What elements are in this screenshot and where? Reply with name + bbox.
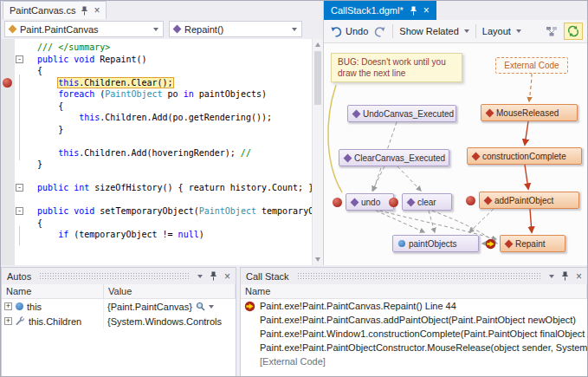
- drag-grip[interactable]: [297, 272, 541, 280]
- code-line[interactable]: {: [27, 101, 312, 113]
- field-icon: [398, 240, 405, 247]
- dgml-node-construction[interactable]: constructionComplete: [467, 147, 582, 165]
- undo-button[interactable]: Undo: [330, 26, 368, 37]
- dgml-node-clear[interactable]: clear: [402, 193, 452, 211]
- code-token: if: [58, 230, 68, 239]
- code-line[interactable]: this.Children.Clear();: [27, 77, 312, 89]
- magnifier-icon[interactable]: [196, 302, 205, 311]
- code-indent: [27, 206, 37, 216]
- breakpoint-icon[interactable]: [333, 198, 342, 207]
- drag-grip[interactable]: [39, 272, 190, 280]
- stack-frame-row[interactable]: Paint.exe!Paint.Window1.constructionComp…: [241, 327, 587, 341]
- node-label: addPaintObject: [494, 196, 553, 205]
- close-icon[interactable]: ×: [224, 272, 230, 281]
- expand-icon[interactable]: +: [4, 317, 12, 325]
- stack-frame-row[interactable]: Paint.exe!Paint.PaintCanvas.addPaintObje…: [241, 313, 587, 327]
- scrollbar-thumb[interactable]: [314, 51, 321, 105]
- layout-button[interactable]: Layout: [482, 26, 521, 36]
- code-token: null: [178, 230, 199, 239]
- tab-callstack-dgml[interactable]: CallStack1.dgml* ×: [324, 1, 436, 20]
- tab-paintcanvas[interactable]: PaintCanvas.cs ×: [3, 1, 107, 19]
- dgml-node-clearCanvas[interactable]: ClearCanvas_Executed: [339, 149, 449, 166]
- scroll-up-icon[interactable]: [315, 42, 320, 47]
- stack-frame-row[interactable]: Paint.exe!Paint.PaintObjectConstructor.M…: [241, 341, 587, 354]
- pin-icon[interactable]: [410, 6, 417, 16]
- show-related-button[interactable]: Show Related: [399, 26, 469, 36]
- code-line[interactable]: this.Children.Add(po.getRendering());: [27, 112, 312, 124]
- close-icon[interactable]: ×: [94, 6, 100, 15]
- breakpoint-icon[interactable]: [389, 198, 398, 207]
- pin-icon[interactable]: [81, 6, 88, 16]
- code-line[interactable]: public void setTemporaryObject(PaintObje…: [27, 205, 312, 218]
- yellow-arrow-icon: [244, 301, 255, 312]
- dgml-canvas[interactable]: BUG: Doesn't work until you draw the nex…: [324, 43, 588, 265]
- editor-vertical-scrollbar[interactable]: [312, 39, 323, 265]
- code-line[interactable]: public void Repaint(): [27, 54, 312, 66]
- code-lines[interactable]: /// </summary> public void Repaint() { t…: [25, 39, 312, 265]
- yellow-arrow-icon: [485, 238, 496, 250]
- code-token: po: [163, 89, 184, 99]
- breakpoint-icon[interactable]: [3, 78, 12, 88]
- window-menu-icon[interactable]: [549, 275, 554, 278]
- breakpoint-icon[interactable]: [466, 196, 475, 205]
- dgml-node-repaint[interactable]: Repaint: [500, 235, 565, 252]
- chevron-down-icon[interactable]: [209, 305, 214, 309]
- variable-name-cell: +this.Children: [2, 314, 104, 328]
- close-icon[interactable]: ×: [576, 272, 582, 281]
- event-icon: [351, 198, 359, 206]
- folding-gutter[interactable]: ---: [15, 39, 25, 265]
- stack-frame-row[interactable]: Paint.exe!Paint.PaintCanvas.Repaint() Li…: [241, 299, 587, 313]
- stack-frame-row[interactable]: [External Code]: [241, 354, 587, 368]
- code-line[interactable]: }: [27, 124, 312, 136]
- code-line[interactable]: {: [27, 65, 312, 77]
- breakpoint-gutter[interactable]: [1, 39, 15, 265]
- dgml-note[interactable]: BUG: Doesn't work until you draw the nex…: [331, 53, 462, 82]
- stack-frame-text: Paint.exe!Paint.PaintCanvas.addPaintObje…: [260, 315, 576, 325]
- sync-button[interactable]: [564, 23, 583, 40]
- code-token: paintObjects): [194, 89, 267, 99]
- flagged-method-icon: [505, 239, 514, 248]
- dgml-node-mouseReleased[interactable]: MouseReleased: [481, 104, 578, 121]
- code-editor[interactable]: --- /// </summary> public void Repaint()…: [1, 39, 323, 265]
- fold-collapse-icon[interactable]: -: [16, 55, 23, 63]
- dgml-node-paintObjects[interactable]: paintObjects: [392, 235, 479, 252]
- callstack-title-bar[interactable]: Call Stack ×: [241, 268, 587, 284]
- code-line[interactable]: [27, 171, 312, 183]
- code-line[interactable]: [27, 135, 312, 147]
- variable-row[interactable]: +this{Paint.PaintCanvas}: [2, 299, 236, 314]
- type-selector-dropdown[interactable]: Paint.PaintCanvas: [4, 21, 164, 37]
- pin-icon[interactable]: [210, 271, 217, 281]
- member-selector-dropdown[interactable]: Repaint(): [169, 21, 302, 37]
- code-line[interactable]: public int sizeOfHistory() { reaturn his…: [27, 182, 312, 194]
- code-line[interactable]: {: [27, 218, 312, 230]
- column-header-value[interactable]: Value: [104, 284, 236, 298]
- fold-collapse-icon[interactable]: -: [16, 184, 23, 192]
- fold-collapse-icon[interactable]: -: [16, 207, 23, 215]
- dgml-node-external[interactable]: External Code: [495, 57, 568, 74]
- code-token: this: [79, 113, 100, 122]
- column-header-name[interactable]: Name: [2, 284, 104, 298]
- autos-title-bar[interactable]: Autos ×: [2, 268, 236, 284]
- code-line[interactable]: if (temporaryObject != null): [27, 229, 312, 241]
- code-line[interactable]: }: [27, 159, 312, 171]
- code-token: void: [74, 55, 94, 64]
- code-indent: [27, 218, 37, 228]
- autos-rows: +this{Paint.PaintCanvas}+this.Children{S…: [2, 299, 236, 328]
- column-header-name[interactable]: Name: [241, 284, 587, 298]
- stack-frame-text: Paint.exe!Paint.PaintObjectConstructor.M…: [260, 342, 587, 353]
- expand-icon[interactable]: +: [4, 302, 12, 310]
- dgml-node-addPaint[interactable]: addPaintObject: [479, 192, 579, 209]
- code-line[interactable]: /// </summary>: [27, 42, 312, 54]
- scroll-down-icon[interactable]: [315, 257, 320, 262]
- close-icon[interactable]: ×: [423, 6, 430, 15]
- code-line[interactable]: this.Children.Add(hoveringRender); //: [27, 147, 312, 159]
- dgml-node-undoCanvas[interactable]: UndoCanvas_Executed: [347, 105, 456, 122]
- variable-row[interactable]: +this.Children{System.Windows.Controls: [2, 314, 236, 328]
- code-line[interactable]: [27, 194, 312, 206]
- code-line[interactable]: foreach (PaintObject po in paintObjects): [27, 88, 312, 101]
- dgml-node-undo[interactable]: undo: [346, 193, 394, 211]
- graph-direction-button[interactable]: [546, 26, 558, 37]
- pin-icon[interactable]: [561, 271, 569, 281]
- window-menu-icon[interactable]: [197, 275, 203, 278]
- redo-button[interactable]: [374, 26, 386, 37]
